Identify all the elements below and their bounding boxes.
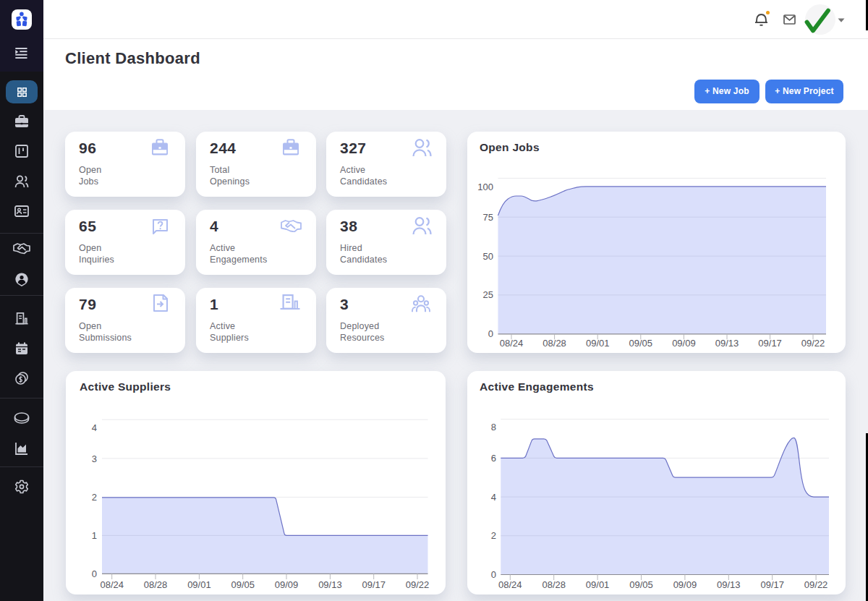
svg-text:09/13: 09/13	[715, 338, 739, 349]
svg-text:09/01: 09/01	[586, 338, 610, 349]
svg-text:09/05: 09/05	[629, 338, 653, 349]
svg-text:25: 25	[483, 289, 493, 300]
svg-text:2: 2	[92, 492, 97, 503]
svg-text:09/22: 09/22	[801, 338, 825, 349]
svg-text:08/28: 08/28	[542, 338, 566, 349]
svg-text:09/13: 09/13	[717, 579, 741, 590]
svg-text:08/24: 08/24	[498, 579, 522, 590]
svg-text:09/05: 09/05	[629, 579, 653, 590]
svg-text:75: 75	[483, 212, 493, 223]
svg-text:08/24: 08/24	[500, 338, 524, 349]
svg-text:4: 4	[92, 422, 97, 433]
svg-text:09/09: 09/09	[673, 579, 697, 590]
svg-text:100: 100	[477, 182, 493, 192]
svg-text:09/01: 09/01	[187, 579, 211, 590]
svg-text:09/01: 09/01	[586, 579, 610, 590]
svg-text:3: 3	[92, 453, 97, 464]
svg-text:09/09: 09/09	[275, 579, 299, 590]
svg-text:2: 2	[491, 530, 496, 541]
svg-text:08/28: 08/28	[144, 579, 168, 590]
svg-text:09/17: 09/17	[758, 338, 782, 349]
svg-text:09/17: 09/17	[362, 579, 386, 590]
svg-text:08/24: 08/24	[100, 579, 124, 590]
svg-text:09/05: 09/05	[231, 579, 255, 590]
svg-text:8: 8	[491, 422, 496, 432]
svg-text:09/17: 09/17	[760, 579, 784, 590]
svg-text:09/13: 09/13	[318, 579, 342, 590]
svg-text:09/22: 09/22	[406, 579, 430, 590]
svg-text:09/22: 09/22	[804, 579, 828, 590]
svg-text:4: 4	[491, 492, 496, 503]
svg-text:09/09: 09/09	[672, 338, 696, 349]
svg-text:50: 50	[483, 251, 493, 262]
svg-text:1: 1	[92, 530, 97, 541]
svg-text:0: 0	[92, 568, 97, 579]
svg-text:08/28: 08/28	[542, 579, 566, 590]
svg-text:0: 0	[488, 328, 493, 339]
svg-text:0: 0	[491, 569, 496, 580]
svg-text:6: 6	[491, 453, 496, 464]
